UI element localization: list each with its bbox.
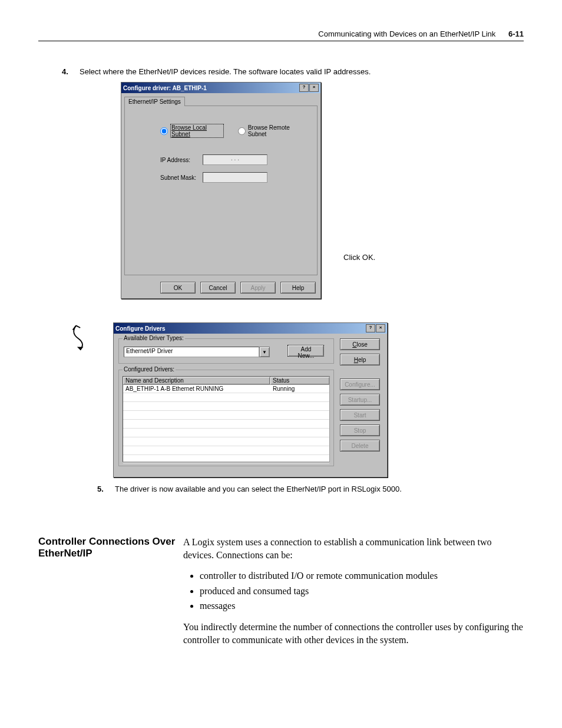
header-title: Communicating with Devices on an EtherNe…	[318, 29, 495, 38]
step-number-4: 4.	[62, 67, 80, 76]
table-row	[123, 429, 329, 437]
step-number-5: 5.	[97, 485, 115, 493]
table-row	[123, 420, 329, 429]
available-drivers-legend: Available Driver Types:	[123, 335, 185, 341]
table-row	[123, 402, 329, 411]
ip-address-label: IP Address:	[160, 157, 203, 163]
body-bullet-list: controller to distributed I/O or remote …	[183, 569, 524, 612]
radio-browse-local[interactable]: Browse Local Subnet	[160, 124, 224, 138]
tab-panel: Browse Local Subnet Browse Remote Subnet…	[124, 106, 318, 275]
startup-button[interactable]: Startup...	[340, 394, 380, 406]
radio-browse-local-input[interactable]	[160, 127, 168, 135]
configured-drivers-group: Configured Drivers: Name and Description…	[118, 370, 334, 466]
click-ok-callout: Click OK.	[343, 253, 375, 262]
step-5: 5. The driver is now available and you c…	[97, 485, 524, 493]
table-row	[123, 455, 329, 464]
list-item: messages	[200, 599, 524, 612]
table-row	[123, 446, 329, 455]
close-icon[interactable]: ×	[376, 324, 385, 332]
apply-button[interactable]: Apply	[240, 282, 276, 294]
help-button[interactable]: Help	[280, 282, 316, 294]
configured-drivers-legend: Configured Drivers:	[123, 366, 176, 373]
driver-type-value: Ethernet/IP Driver	[124, 347, 259, 357]
table-row	[123, 437, 329, 446]
dialog2-titlebar: Configure Drivers ? ×	[114, 323, 387, 334]
list-item: produced and consumed tags	[200, 585, 524, 598]
subnet-mask-input[interactable]	[203, 172, 267, 183]
tab-ethernet-ip-settings[interactable]: Ethernet/IP Settings	[124, 97, 185, 106]
help-icon[interactable]: ?	[366, 324, 375, 332]
column-status[interactable]: Status	[270, 377, 329, 384]
column-name-description[interactable]: Name and Description	[123, 377, 270, 384]
drivers-table: Name and Description Status AB_ETHIP-1 A…	[123, 376, 330, 462]
driver-type-combo[interactable]: Ethernet/IP Driver ▼	[124, 347, 270, 357]
add-new-button[interactable]: Add New...	[287, 345, 324, 357]
step-5-text: The driver is now available and you can …	[115, 485, 524, 493]
table-row	[123, 411, 329, 420]
radio-browse-remote-input[interactable]	[238, 127, 246, 135]
start-button[interactable]: Start	[340, 409, 380, 421]
help-button[interactable]: Help	[340, 354, 380, 365]
radio-browse-remote[interactable]: Browse Remote Subnet	[238, 124, 305, 137]
ok-button[interactable]: OK	[160, 282, 196, 294]
ip-address-input[interactable]: . . .	[203, 154, 267, 165]
radio-local-label: Browse Local Subnet	[170, 124, 224, 138]
stop-button[interactable]: Stop	[340, 424, 380, 436]
delete-button[interactable]: Delete	[340, 440, 380, 452]
close-icon[interactable]: ×	[309, 84, 319, 92]
step-4: 4. Select where the EtherNet/IP devices …	[62, 67, 524, 76]
section-heading: Controller Connections Over EtherNet/IP	[38, 536, 183, 654]
driver-status: Running	[270, 385, 329, 393]
cancel-button[interactable]: Cancel	[200, 282, 236, 294]
subnet-mask-label: Subnet Mask:	[160, 174, 203, 181]
body-paragraph-2: You indirectly determine the number of c…	[183, 621, 524, 646]
running-header: Communicating with Devices on an EtherNe…	[38, 29, 524, 41]
close-button[interactable]: Close	[340, 338, 380, 350]
help-icon[interactable]: ?	[299, 84, 309, 92]
configure-driver-dialog: Configure driver: AB_ETHIP-1 ? × Etherne…	[121, 82, 321, 299]
driver-name: AB_ETHIP-1 A-B Ethernet RUNNING	[123, 385, 270, 393]
step-4-text: Select where the EtherNet/IP devices res…	[80, 67, 524, 76]
page-number: 6-11	[508, 29, 524, 38]
list-item: controller to distributed I/O or remote …	[200, 569, 524, 582]
table-row[interactable]: AB_ETHIP-1 A-B Ethernet RUNNING Running	[123, 385, 329, 393]
flow-arrow-icon	[71, 322, 92, 357]
table-row	[123, 393, 329, 402]
dialog2-title: Configure Drivers	[115, 325, 165, 332]
body-paragraph-1: A Logix system uses a connection to esta…	[183, 536, 524, 561]
dialog-titlebar: Configure driver: AB_ETHIP-1 ? ×	[121, 83, 320, 93]
radio-remote-label: Browse Remote Subnet	[248, 124, 305, 137]
svg-marker-0	[77, 347, 84, 350]
dialog-title: Configure driver: AB_ETHIP-1	[123, 85, 207, 91]
configure-button[interactable]: Configure...	[340, 378, 380, 390]
available-driver-types-group: Available Driver Types: Ethernet/IP Driv…	[118, 338, 334, 364]
chevron-down-icon[interactable]: ▼	[259, 347, 270, 357]
configure-drivers-dialog: Configure Drivers ? × Available Driver T…	[113, 322, 388, 477]
